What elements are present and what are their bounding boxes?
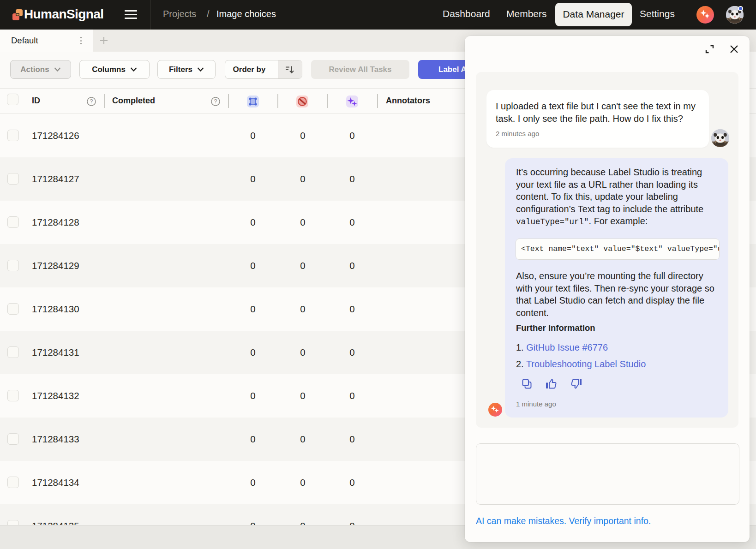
svg-text:?: ? [214,98,217,105]
svg-text:?: ? [90,98,93,105]
